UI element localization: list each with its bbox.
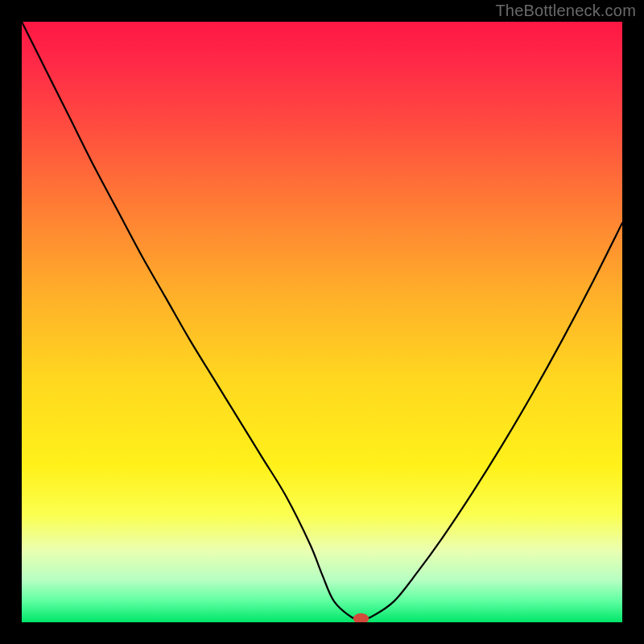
watermark-text: TheBottleneck.com xyxy=(495,2,636,20)
chart-frame: TheBottleneck.com xyxy=(0,0,644,644)
chart-background xyxy=(22,22,622,622)
chart-plot-area xyxy=(22,22,622,622)
chart-svg xyxy=(22,22,622,622)
